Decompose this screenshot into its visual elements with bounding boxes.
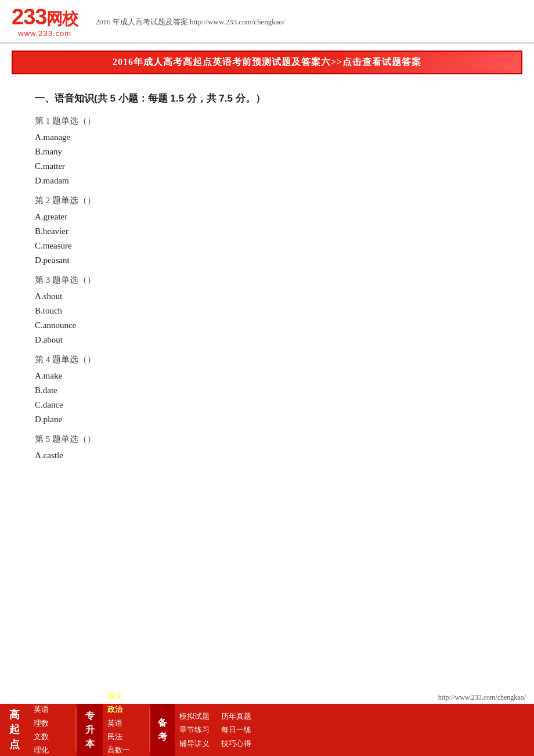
header-tagline: 2016 年成人高考试题及答案 http://www.233.com/cheng… <box>95 17 284 27</box>
nav-zsb-line1: 专 <box>85 709 95 723</box>
nav-bk-line1: 备 <box>158 716 167 730</box>
nav-gaoqudian: 高 起 点 <box>0 704 29 756</box>
nav-bk-line2: 考 <box>158 730 167 744</box>
bottom-nav: 高 起 点 语文 英语 理数 文数 理化 更多▼ 专 升 本 语文 政治 英语 … <box>0 704 534 756</box>
nav-link-moni[interactable]: 模拟试题 <box>179 710 210 723</box>
question-1: 第 1 题单选（） A.manage B.many C.matter D.mad… <box>35 116 499 186</box>
nav-link-linian[interactable]: 历年真题 <box>221 710 251 723</box>
option-3-c: C.announce <box>35 321 499 330</box>
question-2: 第 2 题单选（） A.greater B.heavier C.measure … <box>35 195 499 265</box>
question-5: 第 5 题单选（） A.castle <box>35 434 499 460</box>
question-1-label: 第 1 题单选（） <box>35 116 499 127</box>
nav-link-lihua[interactable]: 理化 <box>34 743 71 756</box>
logo[interactable]: 233网校 www.233.com <box>12 6 78 38</box>
nav-link-zhengzhi[interactable]: 政治 <box>107 703 145 716</box>
option-1-d: D.madam <box>35 176 499 186</box>
nav-gqd-line2: 起 <box>9 722 20 737</box>
nav-link-wenshu[interactable]: 文数 <box>34 730 71 743</box>
nav-link-lishu[interactable]: 理数 <box>34 717 71 730</box>
nav-link-jiqiao[interactable]: 技巧心得 <box>221 737 251 750</box>
nav-zsb-line2: 升 <box>85 723 95 737</box>
page-header: 233网校 www.233.com 2016 年成人高考试题及答案 http:/… <box>0 0 534 44</box>
question-3-label: 第 3 题单选（） <box>35 275 499 286</box>
option-2-c: C.measure <box>35 241 499 251</box>
logo-number: 233网校 <box>12 6 78 28</box>
option-1-c: C.matter <box>35 161 499 171</box>
option-3-a: A.shout <box>35 291 499 301</box>
nav-zsb-line3: 本 <box>85 737 95 751</box>
nav-link-zhangj[interactable]: 章节练习 <box>179 723 210 736</box>
nav-beikao: 备 考 <box>150 704 175 756</box>
option-3-b: B.touch <box>35 306 499 316</box>
option-4-d: D.plane <box>35 415 499 424</box>
nav-link-minfa[interactable]: 民法 <box>107 730 145 743</box>
nav-link-fudao[interactable]: 辅导讲义 <box>179 737 210 750</box>
nav-gqd-line3: 点 <box>9 737 20 752</box>
nav-link-yingyu2[interactable]: 英语 <box>107 717 145 730</box>
option-2-a: A.greater <box>35 212 499 222</box>
option-3-d: D.about <box>35 335 499 345</box>
nav-section-moni-etc: 模拟试题 章节练习 辅导讲义 历年真题 每日一练 技巧心得 <box>175 704 256 756</box>
nav-link-yingyu[interactable]: 英语 <box>34 703 71 716</box>
question-4: 第 4 题单选（） A.make B.date C.dance D.plane <box>35 354 499 424</box>
nav-link-yuwen[interactable]: 语文 <box>34 689 71 703</box>
nav-gqd-line1: 高 <box>9 708 20 722</box>
nav-link-meiriyilian[interactable]: 每日一练 <box>221 723 251 736</box>
question-5-label: 第 5 题单选（） <box>35 434 499 445</box>
option-2-b: B.heavier <box>35 226 499 236</box>
question-2-label: 第 2 题单选（） <box>35 195 499 206</box>
option-1-b: B.many <box>35 147 499 157</box>
nav-section-yuwen-zhengzhi: 语文 政治 英语 民法 高数一 更多▼ <box>103 704 149 756</box>
nav-link-gaoshu1[interactable]: 高数一 <box>107 743 145 756</box>
nav-link-yuwen2[interactable]: 语文 <box>107 689 145 703</box>
option-1-a: A.manage <box>35 132 499 142</box>
question-4-label: 第 4 题单选（） <box>35 354 499 365</box>
logo-site: www.233.com <box>18 29 71 38</box>
option-5-a: A.castle <box>35 451 499 460</box>
option-4-a: A.make <box>35 371 499 381</box>
option-4-b: B.date <box>35 386 499 395</box>
option-2-d: D.peasant <box>35 255 499 265</box>
section-title: 一、语音知识(共 5 小题：每题 1.5 分，共 7.5 分。） <box>35 92 499 105</box>
footer-url: http://www.233.com/chengkao/ <box>436 693 528 703</box>
option-4-c: C.dance <box>35 400 499 410</box>
nav-zhuanshengben: 专 升 本 <box>77 704 103 756</box>
main-content: 一、语音知识(共 5 小题：每题 1.5 分，共 7.5 分。） 第 1 题单选… <box>0 81 534 570</box>
question-3: 第 3 题单选（） A.shout B.touch C.announce D.a… <box>35 275 499 345</box>
nav-section-yuwen-etc: 语文 英语 理数 文数 理化 更多▼ <box>29 704 75 756</box>
banner-title[interactable]: 2016年成人高考高起点英语考前预测试题及答案六>>点击查看试题答案 <box>12 51 522 74</box>
